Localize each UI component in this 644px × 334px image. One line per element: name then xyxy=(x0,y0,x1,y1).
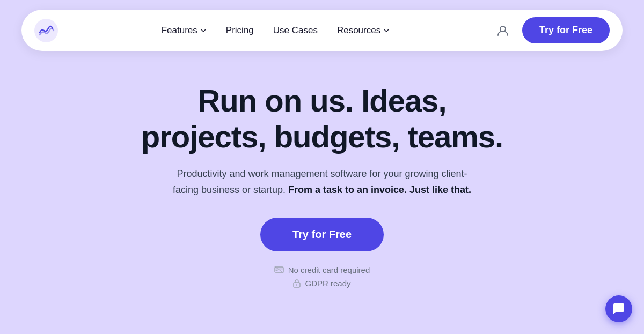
hero-section: Run on us. Ideas, projects, budgets, tea… xyxy=(0,51,644,288)
navbar: Features Pricing Use Cases Resources xyxy=(21,10,623,51)
nav-item-resources[interactable]: Resources xyxy=(337,25,390,36)
credit-card-icon xyxy=(274,266,284,273)
nav-item-features[interactable]: Features xyxy=(162,25,207,36)
svg-line-5 xyxy=(275,266,283,273)
nav-item-pricing[interactable]: Pricing xyxy=(226,25,254,36)
hero-try-free-button[interactable]: Try for Free xyxy=(260,218,384,251)
user-icon-button[interactable] xyxy=(493,21,513,40)
nav-links: Features Pricing Use Cases Resources xyxy=(162,25,390,36)
lock-icon xyxy=(293,279,301,288)
chat-icon xyxy=(612,302,625,315)
svg-point-7 xyxy=(296,284,297,285)
chevron-down-icon xyxy=(200,27,207,34)
logo-area xyxy=(34,19,58,42)
logo-icon xyxy=(34,19,58,42)
hero-subtitle: Productivity and work management softwar… xyxy=(172,166,472,198)
chat-bubble-button[interactable] xyxy=(605,295,632,322)
trust-badges: No credit card required GDPR ready xyxy=(274,265,370,288)
nav-try-free-button[interactable]: Try for Free xyxy=(522,17,610,43)
nav-item-use-cases[interactable]: Use Cases xyxy=(273,25,318,36)
hero-title: Run on us. Ideas, projects, budgets, tea… xyxy=(141,83,503,154)
chevron-down-icon xyxy=(383,27,390,34)
no-credit-card-badge: No credit card required xyxy=(274,265,370,274)
nav-right: Try for Free xyxy=(493,17,610,43)
gdpr-badge: GDPR ready xyxy=(293,279,350,288)
user-icon xyxy=(496,24,510,38)
navbar-wrapper: Features Pricing Use Cases Resources xyxy=(0,0,644,51)
